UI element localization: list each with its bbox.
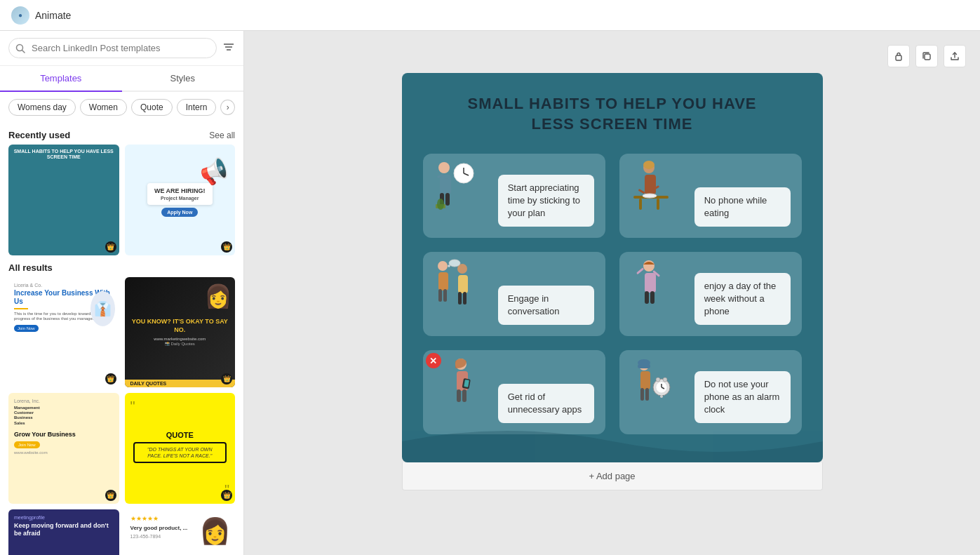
add-page-bar[interactable]: + Add page bbox=[402, 462, 823, 490]
quote-dark-label: YOU KNOW? IT'S OKAY TO SAY NO. bbox=[132, 318, 229, 334]
lock-button[interactable] bbox=[887, 45, 910, 67]
svg-rect-45 bbox=[457, 389, 461, 402]
card-text-3: Engage in conversation bbox=[498, 286, 594, 325]
chip-womens-day[interactable]: Womens day bbox=[8, 99, 76, 116]
svg-point-35 bbox=[449, 260, 460, 267]
svg-point-59 bbox=[656, 377, 660, 382]
svg-point-7 bbox=[438, 162, 450, 173]
card-icon-5 bbox=[437, 356, 486, 412]
filter-chips: Womens day Women Quote Intern › bbox=[0, 92, 243, 123]
card-icon-2 bbox=[625, 159, 674, 215]
infographic-title: SMALL HABITS TO HELP YOU HAVE LESS SCREE… bbox=[423, 94, 802, 134]
search-input[interactable] bbox=[8, 38, 217, 58]
info-grid: Start appreciating time by sticking to y… bbox=[423, 154, 802, 434]
thumb-screen-time-label: SMALL HABITS TO HELP YOU HAVE LESS SCREE… bbox=[13, 149, 115, 161]
left-panel: Templates Styles Womens day Women Quote … bbox=[0, 31, 244, 555]
info-card-4: enjoy a day of the week without a phone bbox=[619, 252, 802, 336]
grow-label: Grow Your Business bbox=[14, 431, 114, 438]
main-layout: Templates Styles Womens day Women Quote … bbox=[0, 31, 980, 555]
svg-rect-12 bbox=[445, 193, 450, 206]
panel-content: Recently used See all SMALL HABITS TO HE… bbox=[0, 123, 243, 555]
template-thumb-increase[interactable]: Liceria & Co. Increase Your Business Wit… bbox=[8, 277, 119, 388]
tab-templates[interactable]: Templates bbox=[0, 66, 122, 92]
svg-rect-54 bbox=[645, 388, 649, 401]
info-card-1: Start appreciating time by sticking to y… bbox=[423, 154, 605, 238]
card-text-5: Get rid of unnecessary apps bbox=[498, 384, 594, 423]
all-results-header: All results bbox=[8, 255, 235, 277]
share-button[interactable] bbox=[944, 45, 966, 67]
svg-rect-38 bbox=[645, 273, 656, 293]
crown-badge-2: 👑 bbox=[221, 241, 232, 253]
chips-next-arrow[interactable]: › bbox=[220, 100, 235, 115]
svg-rect-46 bbox=[462, 389, 466, 402]
svg-point-17 bbox=[437, 199, 444, 210]
template-thumb-quote-dark[interactable]: YOU KNOW? IT'S OKAY TO SAY NO. www.marke… bbox=[125, 277, 236, 388]
quote-yellow-label: QUOTE bbox=[166, 431, 194, 439]
template-thumb-hiring[interactable]: WE ARE HIRING! Project Manager Apply Now… bbox=[125, 145, 236, 255]
recently-used-title: Recently used bbox=[8, 130, 70, 140]
template-thumb-quote-yellow[interactable]: QUOTE "DO THINGS AT YOUR OWN PACE. LIFE'… bbox=[125, 393, 236, 504]
recently-used-header: Recently used See all bbox=[8, 123, 235, 145]
card-text-6: Do not use your phone as an alarm clock bbox=[694, 371, 791, 424]
infographic-card: SMALL HABITS TO HELP YOU HAVE LESS SCREE… bbox=[402, 73, 823, 462]
card-icon-3 bbox=[429, 258, 478, 314]
svg-rect-29 bbox=[438, 289, 442, 302]
svg-point-26 bbox=[643, 161, 655, 169]
card-icon-1 bbox=[429, 159, 478, 215]
svg-rect-28 bbox=[438, 272, 448, 290]
daily-quotes-badge: DAILY QUOTES bbox=[125, 380, 236, 387]
svg-rect-52 bbox=[640, 371, 650, 389]
duplicate-button[interactable] bbox=[915, 45, 938, 67]
crown-badge-4: 👑 bbox=[221, 373, 232, 385]
top-bar: ● Animate bbox=[0, 0, 980, 31]
template-thumb-screen-time[interactable]: SMALL HABITS TO HELP YOU HAVE LESS SCREE… bbox=[8, 145, 119, 255]
card-text-4: enjoy a day of the week without a phone bbox=[694, 273, 791, 326]
card-text-2: No phone while eating bbox=[694, 187, 791, 227]
svg-rect-33 bbox=[458, 292, 462, 305]
see-all-button[interactable]: See all bbox=[209, 131, 235, 140]
canvas-wrapper: SMALL HABITS TO HELP YOU HAVE LESS SCREE… bbox=[402, 73, 823, 490]
svg-rect-19 bbox=[645, 175, 656, 194]
animate-label: Animate bbox=[35, 10, 71, 21]
filter-icon[interactable] bbox=[222, 41, 235, 56]
all-results-title: All results bbox=[8, 262, 53, 273]
tab-styles[interactable]: Styles bbox=[122, 66, 244, 91]
canvas-toolbar bbox=[887, 45, 966, 67]
search-input-wrap bbox=[8, 38, 217, 58]
search-bar bbox=[0, 31, 243, 66]
svg-line-1 bbox=[22, 50, 25, 53]
svg-point-61 bbox=[660, 395, 663, 398]
template-thumb-grow[interactable]: Lorena, Inc. ManagementCustomerBusinessS… bbox=[8, 393, 119, 504]
thumb-hiring-label: WE ARE HIRING! bbox=[154, 187, 206, 194]
crown-badge-5: 👑 bbox=[105, 490, 116, 501]
svg-point-23 bbox=[643, 194, 657, 198]
canvas-area: SMALL HABITS TO HELP YOU HAVE LESS SCREE… bbox=[244, 31, 980, 555]
crown-badge-1: 👑 bbox=[105, 241, 116, 253]
crown-badge-6: 👑 bbox=[221, 490, 232, 501]
template-thumb-review[interactable]: ★★★★★ Very good product, ... 123-456-789… bbox=[125, 509, 236, 556]
svg-rect-21 bbox=[639, 199, 642, 210]
card-icon-6 bbox=[625, 356, 674, 412]
svg-rect-34 bbox=[463, 292, 466, 305]
svg-rect-42 bbox=[650, 291, 655, 304]
chip-women[interactable]: Women bbox=[80, 99, 127, 116]
svg-rect-53 bbox=[640, 388, 644, 401]
svg-rect-5 bbox=[896, 55, 901, 60]
wave-decoration bbox=[402, 420, 823, 462]
svg-rect-22 bbox=[657, 199, 659, 210]
card-icon-4 bbox=[625, 258, 674, 314]
template-thumb-keep-moving[interactable]: meetingprofile Keep moving forward and d… bbox=[8, 509, 119, 556]
chip-quote[interactable]: Quote bbox=[131, 99, 173, 116]
keep-moving-label: Keep moving forward and don't be afraid bbox=[14, 522, 114, 538]
svg-rect-32 bbox=[458, 275, 468, 293]
svg-rect-51 bbox=[638, 364, 650, 368]
svg-point-27 bbox=[438, 261, 448, 271]
svg-rect-39 bbox=[636, 267, 644, 274]
svg-rect-24 bbox=[638, 189, 645, 194]
chip-intern[interactable]: Intern bbox=[177, 99, 217, 116]
tabs: Templates Styles bbox=[0, 66, 243, 92]
all-results-grid: Liceria & Co. Increase Your Business Wit… bbox=[8, 277, 235, 556]
recently-used-grid: SMALL HABITS TO HELP YOU HAVE LESS SCREE… bbox=[8, 145, 235, 255]
svg-point-60 bbox=[663, 377, 667, 382]
info-card-2: No phone while eating bbox=[619, 154, 802, 238]
